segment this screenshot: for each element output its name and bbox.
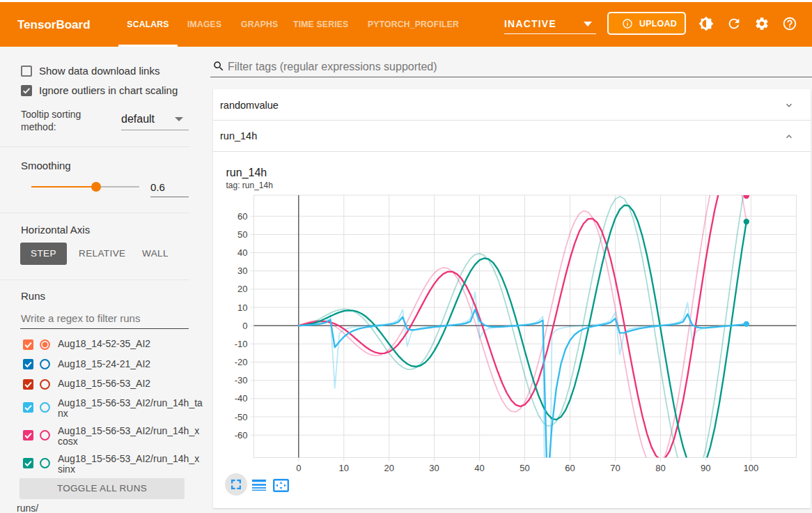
svg-text:80: 80	[655, 463, 665, 473]
svg-text:60: 60	[565, 463, 575, 473]
svg-text:70: 70	[610, 463, 620, 473]
svg-text:10: 10	[339, 463, 349, 473]
svg-text:10: 10	[237, 302, 247, 312]
svg-text:-50: -50	[235, 411, 248, 422]
svg-text:-10: -10	[235, 339, 248, 349]
svg-text:20: 20	[384, 463, 393, 473]
svg-text:30: 30	[237, 266, 247, 276]
svg-text:-40: -40	[235, 393, 248, 404]
svg-text:30: 30	[429, 463, 439, 473]
svg-text:-60: -60	[235, 430, 248, 441]
svg-text:-20: -20	[235, 357, 248, 367]
svg-text:40: 40	[237, 247, 247, 258]
svg-text:60: 60	[237, 211, 247, 222]
svg-text:50: 50	[520, 463, 529, 473]
svg-text:50: 50	[237, 229, 247, 240]
svg-text:100: 100	[743, 463, 758, 473]
svg-text:0: 0	[242, 321, 247, 331]
svg-text:0: 0	[296, 463, 301, 473]
svg-text:-30: -30	[235, 375, 248, 385]
svg-text:90: 90	[701, 463, 710, 473]
svg-text:40: 40	[474, 463, 484, 473]
svg-text:20: 20	[237, 284, 247, 294]
